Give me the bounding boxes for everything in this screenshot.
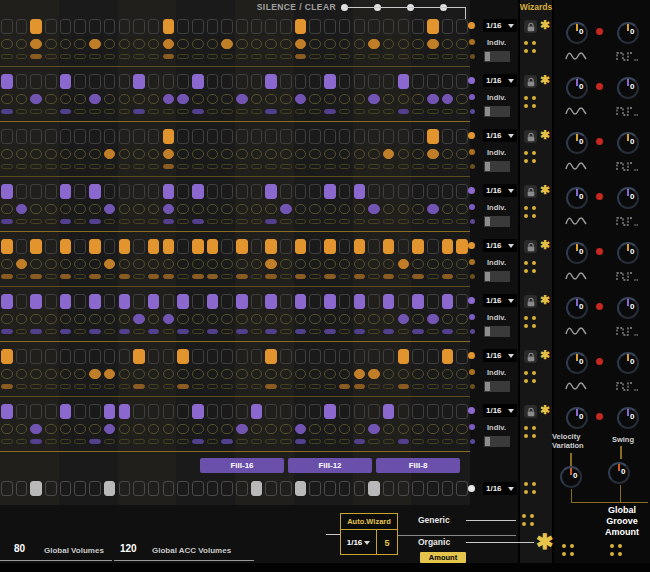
track1-main-step[interactable] bbox=[339, 19, 351, 34]
bottom-row-rate-dropdown[interactable]: 1/16 bbox=[483, 482, 517, 495]
track3-main-step[interactable] bbox=[383, 129, 395, 144]
track4-ghost-step[interactable] bbox=[236, 219, 248, 224]
track7-main-step[interactable] bbox=[324, 349, 336, 364]
track2-main-step[interactable] bbox=[368, 74, 380, 89]
bottom-row-step[interactable] bbox=[354, 481, 366, 496]
track7-main-step[interactable] bbox=[456, 349, 468, 364]
bottom-row-active-dot[interactable] bbox=[468, 485, 475, 492]
track5-ghost-step[interactable] bbox=[427, 274, 439, 279]
track8-main-step[interactable] bbox=[1, 404, 13, 419]
track6-ghost-step[interactable] bbox=[16, 329, 28, 334]
track4-main-step[interactable] bbox=[265, 184, 277, 199]
track-rate-dropdown[interactable]: 1/16 bbox=[483, 184, 517, 197]
wizard-star-icon[interactable]: ✱ bbox=[540, 74, 550, 86]
track2-main-step[interactable] bbox=[207, 74, 219, 89]
track2-accent-step[interactable] bbox=[16, 94, 28, 104]
track3-ghost-step[interactable] bbox=[221, 164, 233, 169]
track1-accent-step[interactable] bbox=[74, 39, 86, 49]
track6-accent-step[interactable] bbox=[324, 314, 336, 324]
track7-accent-step[interactable] bbox=[368, 369, 380, 379]
track4-ghost-step[interactable] bbox=[192, 219, 204, 224]
swing-knob[interactable]: 0 bbox=[617, 242, 639, 264]
track8-accent-step[interactable] bbox=[442, 424, 454, 434]
track5-main-step[interactable] bbox=[45, 239, 57, 254]
track2-ghost-step[interactable] bbox=[412, 109, 424, 114]
track3-main-step[interactable] bbox=[368, 129, 380, 144]
track5-ghost-step[interactable] bbox=[354, 274, 366, 279]
patch-dots[interactable] bbox=[524, 261, 536, 273]
track2-ghost-step[interactable] bbox=[339, 109, 351, 114]
track1-ghost-step[interactable] bbox=[192, 54, 204, 59]
track6-accent-step[interactable] bbox=[309, 314, 321, 324]
track8-accent-step[interactable] bbox=[133, 424, 145, 434]
lock-icon[interactable] bbox=[524, 75, 537, 88]
patch-dots[interactable] bbox=[524, 371, 536, 383]
track5-ghost-step[interactable] bbox=[45, 274, 57, 279]
swing-knob[interactable]: 0 bbox=[617, 352, 639, 374]
track8-accent-step[interactable] bbox=[30, 424, 42, 434]
track4-main-step[interactable] bbox=[280, 184, 292, 199]
track8-main-step[interactable] bbox=[412, 404, 424, 419]
track3-ghost-step[interactable] bbox=[192, 164, 204, 169]
track5-accent-step[interactable] bbox=[398, 259, 410, 269]
track5-ghost-step[interactable] bbox=[383, 274, 395, 279]
track1-main-step[interactable] bbox=[368, 19, 380, 34]
track4-ghost-step[interactable] bbox=[427, 219, 439, 224]
track6-ghost-step[interactable] bbox=[280, 329, 292, 334]
track1-main-step[interactable] bbox=[427, 19, 439, 34]
track2-main-step[interactable] bbox=[177, 74, 189, 89]
track7-accent-step[interactable] bbox=[45, 369, 57, 379]
track7-ghost-step[interactable] bbox=[207, 384, 219, 389]
track-active-dot[interactable] bbox=[468, 352, 475, 359]
track8-main-step[interactable] bbox=[368, 404, 380, 419]
track2-main-step[interactable] bbox=[295, 74, 307, 89]
track4-accent-step[interactable] bbox=[265, 204, 277, 214]
track7-ghost-step[interactable] bbox=[354, 384, 366, 389]
track2-ghost-step[interactable] bbox=[368, 109, 380, 114]
track7-ghost-step[interactable] bbox=[1, 384, 13, 389]
track3-ghost-step[interactable] bbox=[177, 164, 189, 169]
track7-ghost-step[interactable] bbox=[74, 384, 86, 389]
track6-ghost-step[interactable] bbox=[60, 329, 72, 334]
track3-main-step[interactable] bbox=[456, 129, 468, 144]
track8-accent-step[interactable] bbox=[45, 424, 57, 434]
track1-main-step[interactable] bbox=[221, 19, 233, 34]
track8-accent-step[interactable] bbox=[221, 424, 233, 434]
track8-accent-step[interactable] bbox=[412, 424, 424, 434]
track8-ghost-step[interactable] bbox=[368, 439, 380, 444]
track7-accent-step[interactable] bbox=[1, 369, 13, 379]
bottom-row-step[interactable] bbox=[265, 481, 277, 496]
groove-velocity-knob[interactable]: 0 bbox=[560, 466, 582, 488]
track5-main-step[interactable] bbox=[339, 239, 351, 254]
track7-main-step[interactable] bbox=[1, 349, 13, 364]
track1-accent-step[interactable] bbox=[368, 39, 380, 49]
track7-main-step[interactable] bbox=[163, 349, 175, 364]
track5-ghost-step[interactable] bbox=[265, 274, 277, 279]
bottom-row-step[interactable] bbox=[16, 481, 28, 496]
track4-ghost-step[interactable] bbox=[148, 219, 160, 224]
track2-main-step[interactable] bbox=[133, 74, 145, 89]
lock-icon[interactable] bbox=[524, 130, 537, 143]
track8-main-step[interactable] bbox=[324, 404, 336, 419]
track6-main-step[interactable] bbox=[119, 294, 131, 309]
track8-main-step[interactable] bbox=[442, 404, 454, 419]
track6-ghost-step[interactable] bbox=[45, 329, 57, 334]
track8-accent-step[interactable] bbox=[163, 424, 175, 434]
track1-main-step[interactable] bbox=[324, 19, 336, 34]
bottom-row-step[interactable] bbox=[398, 481, 410, 496]
track5-accent-step[interactable] bbox=[192, 259, 204, 269]
track5-main-step[interactable] bbox=[412, 239, 424, 254]
track3-ghost-step[interactable] bbox=[133, 164, 145, 169]
track8-ghost-step[interactable] bbox=[456, 439, 468, 444]
track7-ghost-step[interactable] bbox=[163, 384, 175, 389]
track5-main-step[interactable] bbox=[104, 239, 116, 254]
track5-ghost-step[interactable] bbox=[163, 274, 175, 279]
track6-ghost-step[interactable] bbox=[456, 329, 468, 334]
track8-ghost-step[interactable] bbox=[60, 439, 72, 444]
lock-icon[interactable] bbox=[524, 185, 537, 198]
track8-ghost-step[interactable] bbox=[207, 439, 219, 444]
track5-ghost-step[interactable] bbox=[442, 274, 454, 279]
track3-main-step[interactable] bbox=[324, 129, 336, 144]
track1-main-step[interactable] bbox=[30, 19, 42, 34]
track7-accent-step[interactable] bbox=[442, 369, 454, 379]
